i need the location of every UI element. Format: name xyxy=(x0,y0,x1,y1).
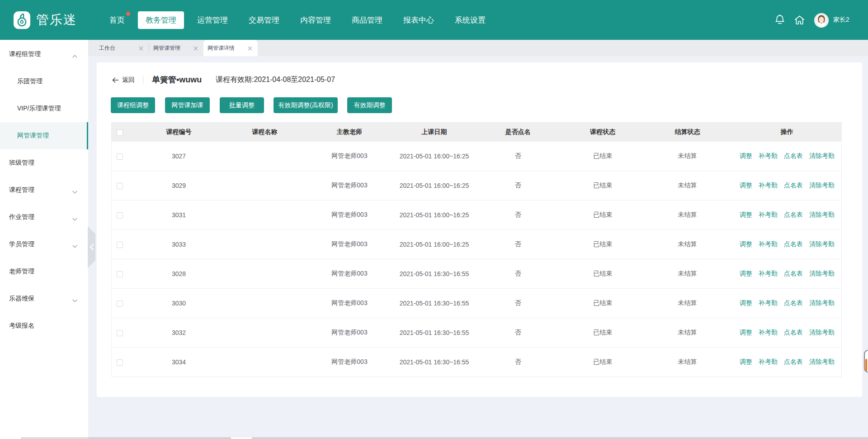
action-clear-attendance[interactable]: 清除考勤 xyxy=(809,152,835,160)
action-adjust[interactable]: 调整 xyxy=(740,270,752,278)
action-adjust[interactable]: 调整 xyxy=(740,152,752,160)
action-clear-attendance[interactable]: 清除考勤 xyxy=(809,181,835,190)
action-adjust[interactable]: 调整 xyxy=(740,329,752,337)
action-rollcall-sheet[interactable]: 点名表 xyxy=(784,211,803,219)
tab[interactable]: 网管课详情 xyxy=(203,40,258,56)
cell-course-name xyxy=(226,289,303,318)
action-makeup-attendance[interactable]: 补考勤 xyxy=(759,152,778,160)
top-nav-item[interactable]: 教务管理 xyxy=(138,11,184,29)
scrollbar-thumb[interactable] xyxy=(231,437,252,439)
cell-course-name xyxy=(226,259,303,289)
action-adjust[interactable]: 调整 xyxy=(740,181,752,190)
cell-course-code: 3031 xyxy=(132,200,226,230)
sidebar-item[interactable]: 网管课管理 xyxy=(0,122,88,149)
sidebar-item[interactable]: 老师管理 xyxy=(0,258,88,285)
scroll-indicator[interactable] xyxy=(864,350,868,372)
cell-operations: 调整 补考勤 点名表 清除考勤 xyxy=(733,200,842,230)
top-nav-item[interactable]: 交易管理 xyxy=(249,15,279,25)
table-row: 3031 网管老师003 2021-05-01 16:00~16:25 否 已结… xyxy=(112,200,842,230)
cell-teacher: 网管老师003 xyxy=(303,142,396,171)
toolbar-button[interactable]: 有效期调整(高权限) xyxy=(274,97,338,113)
action-rollcall-sheet[interactable]: 点名表 xyxy=(784,181,803,190)
detail-card: 返回 单簧管•wuwu 课程有效期:2021-04-08至2021-05-07 … xyxy=(97,62,862,397)
username[interactable]: 家长2 xyxy=(833,0,849,40)
home-button[interactable] xyxy=(793,14,805,26)
action-rollcall-sheet[interactable]: 点名表 xyxy=(784,358,803,366)
action-makeup-attendance[interactable]: 补考勤 xyxy=(759,358,778,366)
top-nav-item[interactable]: 商品管理 xyxy=(352,15,382,25)
tab[interactable]: 网管课管理 xyxy=(149,40,203,56)
scrollbar-track xyxy=(88,437,868,439)
top-nav-item[interactable]: 内容管理 xyxy=(300,15,331,25)
sidebar-item[interactable]: 考级报名 xyxy=(0,312,88,339)
row-checkbox[interactable] xyxy=(117,153,123,160)
sidebar-item[interactable]: 课程组管理 xyxy=(0,41,88,68)
back-button[interactable]: 返回 xyxy=(112,74,135,86)
action-makeup-attendance[interactable]: 补考勤 xyxy=(759,211,778,219)
top-nav-item[interactable]: 首页 xyxy=(109,15,125,25)
toolbar-button[interactable]: 有效期调整 xyxy=(347,97,392,113)
action-makeup-attendance[interactable]: 补考勤 xyxy=(759,299,778,307)
notifications-button[interactable] xyxy=(774,14,786,26)
action-rollcall-sheet[interactable]: 点名表 xyxy=(784,152,803,160)
action-makeup-attendance[interactable]: 补考勤 xyxy=(759,181,778,190)
action-makeup-attendance[interactable]: 补考勤 xyxy=(759,329,778,337)
horizontal-scrollbar[interactable] xyxy=(0,437,868,439)
action-adjust[interactable]: 调整 xyxy=(740,211,752,219)
cell-status: 已结束 xyxy=(563,318,642,348)
sidebar-item[interactable]: VIP/乐理课管理 xyxy=(0,95,88,122)
tab-close-button[interactable] xyxy=(193,46,198,50)
action-rollcall-sheet[interactable]: 点名表 xyxy=(784,270,803,278)
action-clear-attendance[interactable]: 清除考勤 xyxy=(809,240,835,248)
sidebar-item[interactable]: 班级管理 xyxy=(0,149,88,177)
course-table: 课程编号 课程名称 主教老师 上课日期 是否点名 课程状态 结算状态 操作 30… xyxy=(111,122,841,377)
sidebar-item-label: 考级报名 xyxy=(9,322,34,330)
table-row: 3033 网管老师003 2021-05-01 16:00~16:25 否 已结… xyxy=(112,230,842,259)
cell-course-name xyxy=(226,142,303,171)
action-rollcall-sheet[interactable]: 点名表 xyxy=(784,299,803,307)
toolbar-button[interactable]: 课程组调整 xyxy=(111,97,155,113)
row-checkbox[interactable] xyxy=(117,301,123,307)
action-makeup-attendance[interactable]: 补考勤 xyxy=(759,270,778,278)
topbar: 管乐迷 首页教务管理运营管理交易管理内容管理商品管理报表中心系统设置 xyxy=(0,0,868,40)
tab-close-button[interactable] xyxy=(139,46,143,50)
sidebar-item[interactable]: 乐团管理 xyxy=(0,68,88,95)
top-nav-item[interactable]: 系统设置 xyxy=(455,15,486,25)
row-checkbox[interactable] xyxy=(117,242,123,248)
row-actions: 调整 补考勤 点名表 清除考勤 xyxy=(733,329,842,337)
cell-rollcall: 否 xyxy=(473,142,563,171)
row-checkbox[interactable] xyxy=(117,183,123,189)
sidebar-item[interactable]: 作业管理 xyxy=(0,204,88,231)
row-checkbox[interactable] xyxy=(117,330,123,336)
cell-course-name xyxy=(226,171,303,200)
toolbar-button[interactable]: 网管课加课 xyxy=(165,97,210,113)
action-clear-attendance[interactable]: 清除考勤 xyxy=(809,211,835,219)
row-checkbox[interactable] xyxy=(117,212,123,219)
sidebar-item[interactable]: 乐器维保 xyxy=(0,285,88,312)
action-adjust[interactable]: 调整 xyxy=(740,299,752,307)
tab[interactable]: 工作台 xyxy=(88,40,149,56)
action-rollcall-sheet[interactable]: 点名表 xyxy=(784,329,803,337)
sidebar-item[interactable]: 学员管理 xyxy=(0,231,88,258)
action-makeup-attendance[interactable]: 补考勤 xyxy=(759,240,778,248)
sidebar-item[interactable]: 课程管理 xyxy=(0,177,88,204)
action-adjust[interactable]: 调整 xyxy=(740,240,752,248)
tab-close-button[interactable] xyxy=(248,46,252,50)
action-clear-attendance[interactable]: 清除考勤 xyxy=(809,329,835,337)
chevron-down-icon xyxy=(72,215,77,222)
row-checkbox[interactable] xyxy=(117,359,123,366)
select-all-checkbox[interactable] xyxy=(117,129,123,136)
row-checkbox[interactable] xyxy=(117,271,123,277)
action-clear-attendance[interactable]: 清除考勤 xyxy=(809,270,835,278)
action-rollcall-sheet[interactable]: 点名表 xyxy=(784,240,803,248)
avatar[interactable] xyxy=(814,13,829,28)
cell-select xyxy=(112,259,132,289)
brand-logo[interactable] xyxy=(14,11,30,29)
top-nav-item[interactable]: 报表中心 xyxy=(403,15,434,25)
action-clear-attendance[interactable]: 清除考勤 xyxy=(809,299,835,307)
action-clear-attendance[interactable]: 清除考勤 xyxy=(809,358,835,366)
action-adjust[interactable]: 调整 xyxy=(740,358,752,366)
cell-teacher: 网管老师003 xyxy=(303,171,396,200)
toolbar-button[interactable]: 批量调整 xyxy=(220,97,264,113)
top-nav-item[interactable]: 运营管理 xyxy=(197,15,228,25)
